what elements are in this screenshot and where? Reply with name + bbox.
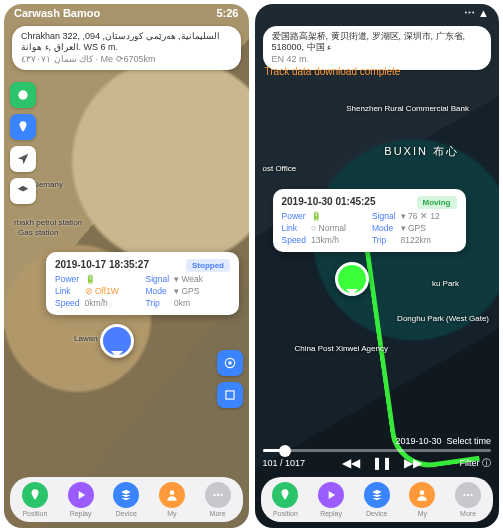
tab-more[interactable]: More <box>205 482 231 517</box>
vehicle-pin[interactable] <box>100 324 134 358</box>
info-grid: Power🔋 Signal▾ Weak Link⊘ Off1W Mode▾ GP… <box>55 274 230 308</box>
download-banner: Track data download complete <box>265 66 401 77</box>
tab-replay[interactable]: Replay <box>68 482 94 517</box>
address-tag: كاك سمان ٤٣٧٠٧١ <box>21 54 93 64</box>
timebar-hint[interactable]: Select time <box>446 436 491 446</box>
svg-point-0 <box>18 90 27 99</box>
tab-my[interactable]: My <box>159 482 185 517</box>
timestamp: 2019-10-17 18:35:27 <box>55 259 149 270</box>
map-label: Donghu Park (West Gate) <box>397 314 489 323</box>
map-label: ku Park <box>432 279 459 288</box>
address-sub: EN 42 m. <box>272 54 483 65</box>
map-label: rbakh petrol station <box>14 218 82 227</box>
forward-button[interactable]: ▶▶ <box>404 456 422 470</box>
progress-slider[interactable] <box>263 449 492 452</box>
phone-right: ⋯ ▲ 爱国路高架桥, 黄贝街道, 罗湖区, 深圳市, 广东省, 518000,… <box>255 4 500 528</box>
layers-button[interactable] <box>10 178 36 204</box>
map-label: China Post Xinwei Agency <box>295 344 388 353</box>
satellite-toggle[interactable] <box>10 82 36 108</box>
svg-point-10 <box>467 494 469 496</box>
map-label: Gas station <box>18 228 58 237</box>
map-label: ost Office <box>263 164 297 173</box>
svg-point-11 <box>470 494 472 496</box>
side-tools <box>10 82 36 204</box>
tab-my[interactable]: My <box>409 482 435 517</box>
svg-point-8 <box>420 490 425 495</box>
tab-device[interactable]: Device <box>113 482 139 517</box>
tab-device[interactable]: Device <box>364 482 390 517</box>
svg-point-7 <box>220 494 222 496</box>
locate-button[interactable] <box>10 146 36 172</box>
playback-bar: 2019-10-30 Select time 101 / 1017 ◀◀ ❚❚ … <box>263 436 492 470</box>
rewind-button[interactable]: ◀◀ <box>342 456 360 470</box>
svg-rect-3 <box>225 391 233 399</box>
right-tools <box>217 350 243 408</box>
tab-bar: Position Replay Device My More <box>10 477 243 522</box>
tab-more[interactable]: More <box>455 482 481 517</box>
svg-point-9 <box>463 494 465 496</box>
address-card[interactable]: 爱国路高架桥, 黄贝街道, 罗湖区, 深圳市, 广东省, 518000, 中国 … <box>263 26 492 70</box>
map-label: BUXIN 布心 <box>384 144 459 159</box>
tab-bar: Position Replay Device My More <box>261 477 494 522</box>
fit-button[interactable] <box>217 382 243 408</box>
frame-count: 101 / 1017 <box>263 458 306 468</box>
svg-point-6 <box>216 494 218 496</box>
info-card[interactable]: 2019-10-30 01:45:25 Moving Power🔋 Signal… <box>273 189 466 252</box>
map-label: Shenzhen Rural Commercial Bank <box>346 104 469 113</box>
info-grid: Power🔋 Signal▾ 76 ✕ 12 Link○ Normal Mode… <box>282 211 457 245</box>
svg-point-4 <box>170 490 175 495</box>
marker-button[interactable] <box>10 114 36 140</box>
status-icons: ⋯ ▲ <box>464 7 489 20</box>
info-card[interactable]: 2019-10-17 18:35:27 Stopped Power🔋 Signa… <box>46 252 239 315</box>
status-bar: ⋯ ▲ <box>255 4 500 23</box>
phone-left: Carwash Bamoo 5:26 Chrakhan 322, السليما… <box>4 4 249 528</box>
carrier: Carwash Bamoo <box>14 7 100 19</box>
filter-button[interactable]: Filter ⓘ <box>459 457 491 470</box>
address-dist: Me ⟳6705km <box>101 54 156 64</box>
tab-position[interactable]: Position <box>22 482 48 517</box>
target-button[interactable] <box>217 350 243 376</box>
state-badge: Moving <box>417 196 457 209</box>
timebar-date: 2019-10-30 <box>395 436 441 446</box>
address-line: 爱国路高架桥, 黄贝街道, 罗湖区, 深圳市, 广东省, 518000, 中国 … <box>272 31 483 54</box>
address-card[interactable]: Chrakhan 322, السليمانية, هەرێمی كوردستا… <box>12 26 241 70</box>
timestamp: 2019-10-30 01:45:25 <box>282 196 376 207</box>
tab-replay[interactable]: Replay <box>318 482 344 517</box>
state-badge: Stopped <box>186 259 230 272</box>
vehicle-pin[interactable] <box>335 262 369 296</box>
address-line: Chrakhan 322, السليمانية, هەرێمی كوردستا… <box>21 31 232 54</box>
status-bar: Carwash Bamoo 5:26 <box>4 4 249 22</box>
clock: 5:26 <box>216 7 238 19</box>
pause-button[interactable]: ❚❚ <box>372 456 392 470</box>
tab-position[interactable]: Position <box>272 482 298 517</box>
svg-point-1 <box>228 361 232 365</box>
svg-point-5 <box>213 494 215 496</box>
